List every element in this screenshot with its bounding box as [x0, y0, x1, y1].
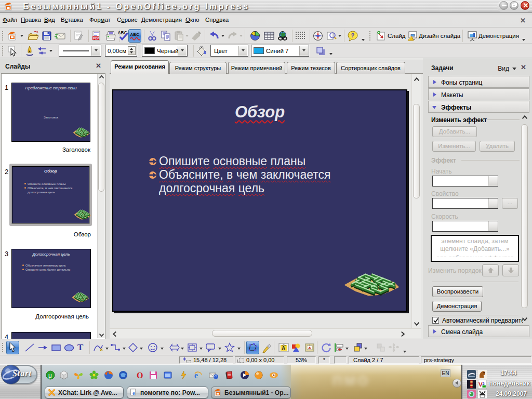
- svg-text:?: ?: [351, 32, 355, 38]
- svg-text:PDF: PDF: [93, 37, 99, 40]
- svg-text:μ: μ: [48, 372, 52, 379]
- svg-text:e: e: [132, 390, 135, 396]
- svg-text:O: O: [137, 371, 143, 380]
- svg-text:2: 2: [483, 381, 485, 386]
- svg-text:ABC: ABC: [130, 32, 139, 37]
- svg-text:A: A: [282, 345, 285, 351]
